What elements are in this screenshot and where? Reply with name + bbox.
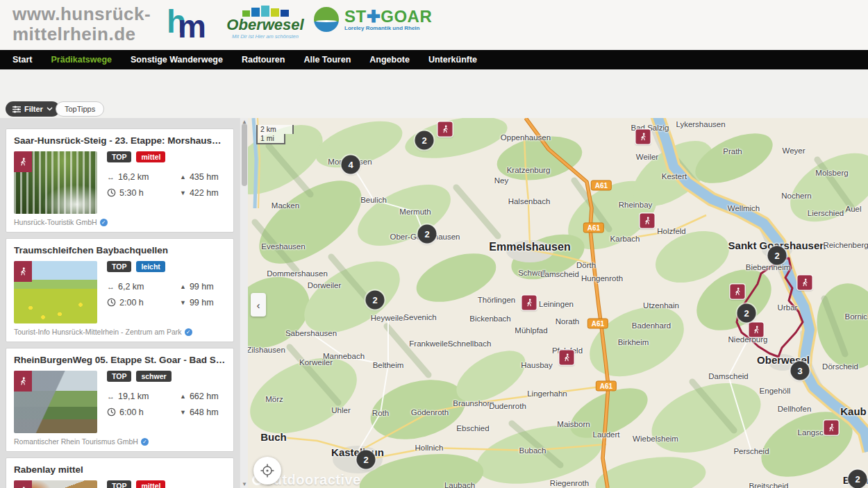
tour-cluster-marker[interactable]: 2 xyxy=(366,291,385,310)
hiking-tour-marker[interactable] xyxy=(640,214,655,228)
hiking-tour-marker[interactable] xyxy=(798,276,812,290)
hiking-tour-marker[interactable] xyxy=(636,130,651,144)
toptipps-button[interactable]: TopTipps xyxy=(56,101,104,117)
map-town-label: Dörscheid xyxy=(822,362,858,371)
ascent-stat: ▲99 hm xyxy=(180,278,226,294)
nav-item-alle-touren[interactable]: Alle Touren xyxy=(303,55,351,65)
tour-image xyxy=(14,371,97,433)
tour-title: RheinBurgenWeg 05. Etappe St. Goar - Bad… xyxy=(14,355,226,365)
map-town-label: Macken xyxy=(272,201,299,210)
hiking-tour-marker[interactable] xyxy=(560,351,574,365)
tour-cluster-marker[interactable]: 2 xyxy=(415,131,434,150)
hiker-icon xyxy=(14,371,32,392)
nav-item-start[interactable]: Start xyxy=(12,55,32,65)
scrollbar-thumb[interactable] xyxy=(242,124,247,186)
hiking-tour-marker[interactable] xyxy=(824,421,839,435)
map-town-label: Dellhofen xyxy=(778,405,812,413)
map-town-label: Halsenbach xyxy=(508,197,551,205)
map-town-label: Mermuth xyxy=(399,208,431,216)
nav-item-sonstige-wanderwege[interactable]: Sonstige Wanderwege xyxy=(131,55,223,65)
tour-cluster-marker[interactable]: 2 xyxy=(768,246,787,265)
hiking-tour-marker[interactable] xyxy=(438,122,453,137)
map[interactable]: EmmelshausenSankt GoarshausenOberweselKa… xyxy=(248,118,868,488)
map-town-label: Laudert xyxy=(592,430,619,439)
tour-title: Rabenlay mittel xyxy=(14,464,226,475)
map-town-label: Holzfeld xyxy=(657,227,686,235)
map-town-label: Birkheim xyxy=(618,338,649,346)
motorway-shield: A61 xyxy=(596,381,617,392)
map-town-label: Ney xyxy=(494,176,508,185)
nav-item-unterkuenfte[interactable]: Unterkünfte xyxy=(428,55,477,65)
duration-icon xyxy=(107,298,116,307)
filter-button[interactable]: Filter xyxy=(6,101,60,117)
length-stat: ↔19,1 km xyxy=(107,388,180,404)
list-scrollbar[interactable]: ▲ ▼ xyxy=(240,118,248,488)
map-town-label: Leiningen xyxy=(539,300,574,308)
map-town-label: Utzenhain xyxy=(643,301,679,310)
hiking-tour-marker[interactable] xyxy=(522,296,537,310)
map-town-label: Hollnich xyxy=(415,444,444,452)
scale-km: 2 km xyxy=(256,125,294,134)
ascent-stat: ▲435 hm xyxy=(180,169,226,185)
tour-source: Tourist-Info Hunsrück-Mittelrhein - Zent… xyxy=(14,328,226,336)
descent-icon: ▼ xyxy=(180,190,186,196)
hiker-icon xyxy=(14,261,32,282)
tour-cluster-marker[interactable]: 2 xyxy=(737,304,756,323)
tour-title: Traumschleifchen Baybachquellen xyxy=(14,245,226,255)
map-town-label: Weyer xyxy=(782,146,805,155)
oberwesel-name: Oberwesel xyxy=(224,17,307,33)
top-badge: TOP xyxy=(107,261,131,272)
descent-stat: ▼99 hm xyxy=(180,294,226,310)
tour-card[interactable]: Saar-Hunsrück-Steig - 23. Etappe: Morsha… xyxy=(6,128,234,233)
tour-image xyxy=(14,151,97,214)
length-stat: ↔6,2 km xyxy=(107,278,180,294)
nav-item-radtouren[interactable]: Radtouren xyxy=(242,55,285,65)
hiker-icon xyxy=(14,480,32,488)
tour-cluster-marker[interactable]: 2 xyxy=(849,470,867,488)
verified-icon: ✓ xyxy=(141,438,149,446)
tour-cluster-marker[interactable]: 3 xyxy=(791,362,810,380)
map-town-label: Prath xyxy=(723,147,742,155)
collapse-panel-button[interactable]: ‹ xyxy=(251,293,266,317)
tour-image xyxy=(14,261,97,323)
map-town-label: Weiler xyxy=(636,153,658,161)
ascent-icon: ▲ xyxy=(180,174,186,180)
verified-icon: ✓ xyxy=(185,328,192,336)
tour-cluster-marker[interactable]: 4 xyxy=(342,155,360,174)
tour-card[interactable]: RheinBurgenWeg 05. Etappe St. Goar - Bad… xyxy=(6,348,234,452)
chevron-down-icon xyxy=(47,107,53,111)
tour-source: Romantischer Rhein Tourismus GmbH✓ xyxy=(14,437,226,446)
tour-title: Saar-Hunsrück-Steig - 23. Etappe: Morsha… xyxy=(14,135,226,146)
map-town-label: Bubach xyxy=(519,446,546,455)
nav-item-angebote[interactable]: Angebote xyxy=(369,55,410,65)
stgoar-globe-icon xyxy=(314,7,339,32)
tour-card[interactable]: Rabenlay mittel TOP mittel ↔13,0 km ▲329… xyxy=(6,457,234,488)
map-town-label: Beulich xyxy=(360,196,387,204)
top-badge: TOP xyxy=(107,371,131,382)
map-town-label: Lykershausen xyxy=(676,120,725,128)
map-town-label: Gödenroth xyxy=(411,408,449,417)
tour-card[interactable]: Traumschleifchen Baybachquellen TOP leic… xyxy=(6,238,234,342)
oberwesel-logo[interactable]: Oberwesel Mit Dir ist Hier am schönsten xyxy=(224,6,307,40)
tour-cluster-marker[interactable]: 2 xyxy=(418,225,437,244)
stgoar-logo[interactable]: ST✚GOAR Loreley Romantik und Rhein xyxy=(314,7,432,32)
tour-cluster-marker[interactable]: 2 xyxy=(357,451,376,469)
map-town-label: Dudenroth xyxy=(489,402,526,410)
motorway-shield: A61 xyxy=(587,319,608,329)
map-town-label: Roth xyxy=(372,409,389,417)
map-town-label: Karbach xyxy=(610,235,640,243)
map-town-label: Riegenroth xyxy=(550,479,589,487)
map-town-label: Zilshausen xyxy=(248,346,285,354)
hm-logo[interactable]: hm xyxy=(167,6,206,37)
difficulty-badge: mittel xyxy=(136,480,165,488)
duration-stat: 5:30 h xyxy=(107,185,180,201)
length-icon: ↔ xyxy=(107,173,115,181)
duration-icon xyxy=(107,188,116,197)
site-header: www.hunsrück- mittelrhein.de hm Oberwese… xyxy=(0,0,868,50)
nav-item-praedikatswege[interactable]: Prädikatswege xyxy=(51,55,112,65)
map-town-label: Dörth xyxy=(576,261,596,269)
hiking-tour-marker[interactable] xyxy=(731,285,745,299)
descent-stat: ▼648 hm xyxy=(180,404,226,420)
locate-button[interactable] xyxy=(253,457,281,485)
hiking-tour-marker[interactable] xyxy=(749,323,764,337)
